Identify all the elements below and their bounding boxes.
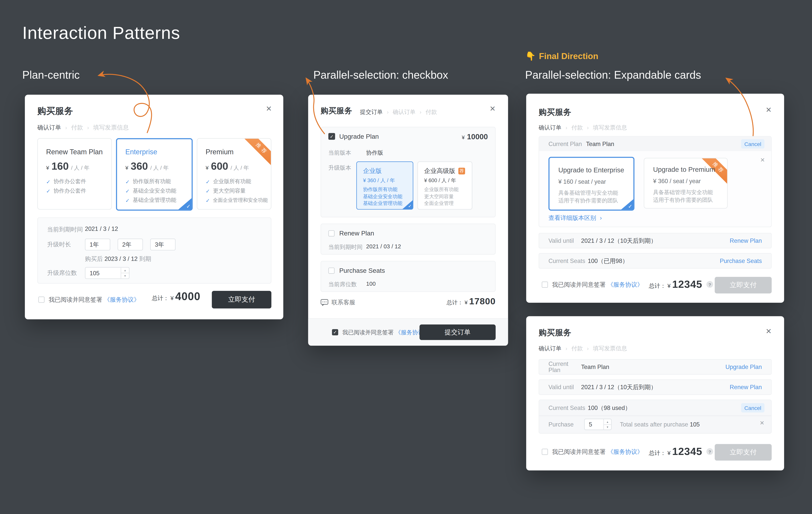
- upgrade-card-premium[interactable]: 推荐 Upgrade to Premium ¥ 360 / seat / yea…: [644, 158, 728, 209]
- duration-label: 升级时长: [47, 241, 71, 248]
- close-icon[interactable]: ✕: [765, 106, 772, 114]
- purchase-seats-checkbox[interactable]: [328, 268, 335, 274]
- pointing-down-icon: 👇: [525, 51, 536, 61]
- help-icon[interactable]: ?: [706, 281, 713, 288]
- breadcrumb-step[interactable]: 确认订单: [539, 345, 561, 353]
- service-agreement-link[interactable]: 《服务协议》: [607, 282, 643, 288]
- chevron-right-icon: ›: [587, 125, 589, 130]
- page-title: Interaction Patterns: [22, 23, 180, 43]
- plan-name: Renew Team Plan: [46, 148, 103, 156]
- plan-feature: ✓企业版所有功能: [206, 177, 271, 186]
- close-icon[interactable]: ✕: [490, 105, 496, 112]
- check-icon: ✓: [46, 188, 51, 194]
- current-plan-row[interactable]: Current Plan Team Plan Cancel: [539, 137, 771, 151]
- plan-feature: ✓全面企业管理和安全功能: [206, 195, 271, 205]
- order-total: 总计： ¥ 12345 ?: [649, 278, 713, 290]
- valid-until-value: 2021 / 3 / 12（10天后到期）: [581, 237, 657, 244]
- pay-now-button[interactable]: 立即支付: [212, 291, 271, 308]
- pay-now-button[interactable]: 立即支付: [715, 277, 772, 293]
- check-icon: ✓: [186, 203, 191, 209]
- version-option-premium[interactable]: 企业高级版 荐 ¥ 600 / 人 / 年 企业版所有功能 更大空间容量 全面企…: [417, 161, 472, 210]
- cancel-button[interactable]: Cancel: [741, 403, 764, 413]
- label-expandable: Parallel-selection: Expandable cards: [525, 69, 701, 81]
- purchase-seats-stepper[interactable]: 5 ▲▼: [584, 419, 612, 430]
- valid-until-row: Valid until 2021 / 3 / 12（10天后到期） Renew …: [539, 233, 772, 248]
- upgrade-plan-label: Upgrade Plan: [339, 133, 379, 140]
- caret-up-icon[interactable]: ▲: [121, 268, 129, 273]
- purchase-seats-label: Purchase Seats: [339, 267, 385, 274]
- upgrade-plan-checkbox[interactable]: ✓: [328, 133, 335, 140]
- help-icon[interactable]: ?: [706, 448, 713, 455]
- seats-stepper[interactable]: 105 ▲▼: [85, 267, 129, 279]
- card-price: ¥ 360 / seat / year: [653, 178, 701, 184]
- agreement-checkbox[interactable]: [38, 297, 45, 303]
- current-seats-label: 当前席位数: [328, 280, 357, 288]
- check-icon: ✓: [206, 179, 210, 184]
- breadcrumb-step: 确认订单: [393, 108, 415, 116]
- upgrade-card-enterprise[interactable]: Upgrade to Enterprise ¥ 160 / seat / yea…: [548, 157, 635, 211]
- caret-down-icon[interactable]: ▼: [121, 273, 129, 278]
- close-icon[interactable]: ✕: [266, 105, 272, 112]
- modal-expandable-seats: 购买服务 ✕ 确认订单 › 付款 › 填写发票信息 Current Plan T…: [526, 316, 784, 471]
- plan-feature: ✓基础企业安全功能: [125, 186, 176, 195]
- pay-now-button[interactable]: 立即支付: [715, 444, 772, 460]
- expanded-body: ✕ Upgrade to Enterprise ¥ 160 / seat / y…: [539, 151, 771, 227]
- close-icon[interactable]: ✕: [765, 328, 772, 335]
- valid-until-row: Valid until 2021 / 3 / 12（10天后到期） Renew …: [539, 379, 772, 395]
- agreement-checkbox[interactable]: ✓: [332, 329, 338, 335]
- card-name: Upgrade to Enterprise: [558, 166, 624, 174]
- contact-support[interactable]: 联系客服: [321, 299, 355, 306]
- caret-up-icon[interactable]: ▲: [604, 419, 611, 425]
- label-final-direction: 👇 Final Direction: [525, 51, 598, 61]
- agreement-text: 我已阅读并同意签署 《服务协议》: [552, 448, 643, 456]
- plan-feature: ✓协作版所有功能: [125, 177, 176, 186]
- label-checkbox: Parallel-selection: checkbox: [313, 69, 448, 81]
- renew-plan-link[interactable]: Renew Plan: [730, 238, 762, 244]
- renew-plan-link[interactable]: Renew Plan: [730, 384, 762, 390]
- plan-price: ¥ 360 / 人 / 年: [125, 160, 169, 172]
- agreement-checkbox[interactable]: [542, 282, 548, 288]
- collapse-icon[interactable]: ✕: [760, 157, 765, 163]
- remove-icon[interactable]: ✕: [760, 420, 764, 426]
- current-version-value: 协作版: [366, 149, 383, 157]
- upgrade-plan-link[interactable]: Upgrade Plan: [725, 364, 762, 370]
- purchase-seats-link[interactable]: Purchase Seats: [720, 258, 762, 264]
- current-plan-value: Team Plan: [581, 364, 609, 370]
- breadcrumb: 确认订单 › 付款 › 填写发票信息: [539, 345, 627, 353]
- service-agreement-link[interactable]: 《服务协议》: [104, 297, 140, 303]
- selected-corner-badge: ✓: [402, 200, 413, 210]
- plan-card-enterprise[interactable]: Enterprise ¥ 360 / 人 / 年 ✓协作版所有功能 ✓基础企业安…: [116, 138, 193, 211]
- caret-down-icon[interactable]: ▼: [604, 425, 611, 429]
- check-icon: ✓: [206, 198, 210, 203]
- breadcrumb-step[interactable]: 确认订单: [37, 124, 61, 131]
- modal-title: 购买服务: [539, 328, 571, 338]
- breadcrumb: 提交订单 › 确认订单 › 付款: [360, 108, 437, 116]
- option-feature: 更大空间容量: [424, 193, 459, 200]
- agreement-checkbox[interactable]: [542, 449, 548, 455]
- version-option-enterprise[interactable]: 企业版 ¥ 360 / 人 / 年 协作版所有功能 基础企业安全功能 基础企业管…: [356, 161, 413, 210]
- duration-option-3y[interactable]: 3年: [150, 239, 176, 250]
- valid-until-value: 2021 / 3 / 12（10天后到期）: [581, 383, 657, 391]
- submit-order-button[interactable]: 提交订单: [419, 325, 495, 340]
- service-agreement-link[interactable]: 《服务协议》: [607, 449, 643, 455]
- modal-plan-centric: 购买服务 ✕ 确认订单 › 付款 › 填写发票信息 Renew Team Pla…: [25, 95, 283, 319]
- duration-option-1y[interactable]: 1年: [85, 239, 110, 250]
- option-name: 企业高级版 荐: [424, 167, 465, 176]
- check-icon: ✓: [46, 179, 51, 184]
- recommended-badge: 荐: [458, 168, 465, 175]
- selected-corner-badge: ✓: [620, 199, 634, 210]
- breadcrumb-step[interactable]: 确认订单: [539, 124, 561, 131]
- renew-plan-checkbox[interactable]: [328, 230, 335, 236]
- plan-name: Enterprise: [125, 148, 157, 156]
- breadcrumb-step[interactable]: 提交订单: [360, 108, 383, 116]
- option-name: 企业版: [363, 167, 382, 176]
- cancel-button[interactable]: Cancel: [741, 139, 764, 149]
- check-icon: ✓: [125, 179, 130, 184]
- total-after-purchase: Total seats after purchase 105: [620, 421, 700, 427]
- plan-card-renew-team[interactable]: Renew Team Plan ¥ 160 / 人 / 年 ✓协作办公套件 ✓协…: [37, 138, 112, 210]
- plan-card-premium[interactable]: 推荐 Premium ¥ 600 / 人 / 年 ✓企业版所有功能 ✓更大空间容…: [197, 138, 271, 210]
- compare-versions-link[interactable]: 查看详细版本区别 ›: [548, 214, 602, 222]
- duration-option-2y[interactable]: 2年: [118, 239, 143, 250]
- current-seats-label: Current Seats: [548, 258, 585, 264]
- upgrade-version-label: 升级版本: [328, 164, 351, 172]
